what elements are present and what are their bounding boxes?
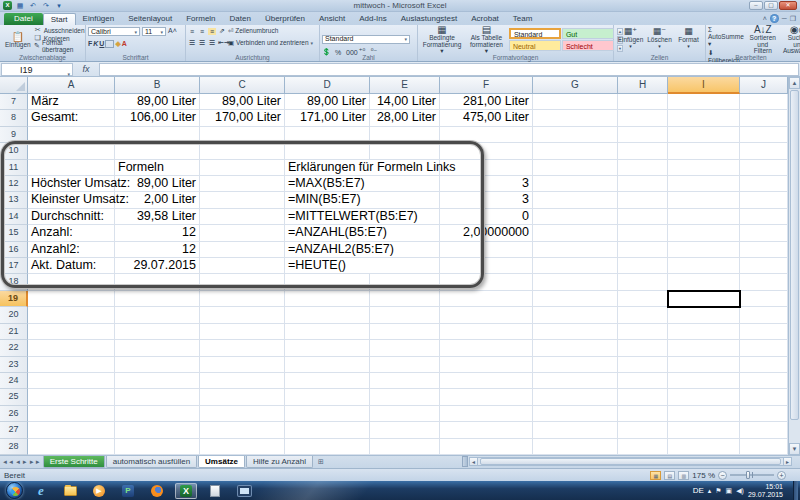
align-right-icon[interactable]: ☰ (208, 39, 216, 47)
cell-C11[interactable] (200, 160, 285, 176)
cell-F27[interactable] (440, 422, 533, 438)
cell-B11[interactable]: Formeln (115, 160, 200, 176)
cell-G16[interactable] (533, 242, 618, 258)
cell-H17[interactable] (618, 258, 668, 274)
column-header-J[interactable]: J (740, 77, 788, 94)
format-as-table-button[interactable]: ▤ Als Tabelleformatieren ▾ (467, 26, 506, 53)
cell-J17[interactable] (740, 258, 788, 274)
cell-F21[interactable] (440, 324, 533, 340)
internet-explorer-icon[interactable]: e (30, 483, 52, 499)
cell-C16[interactable] (200, 242, 285, 258)
workbook-minimize-icon[interactable]: ─ (782, 14, 787, 23)
cell-G22[interactable] (533, 340, 618, 356)
cell-J21[interactable] (740, 324, 788, 340)
align-left-icon[interactable]: ☰ (188, 39, 196, 47)
row-header-20[interactable]: 20 (0, 307, 28, 323)
cell-J19[interactable] (740, 291, 788, 307)
tab-acrobat[interactable]: Acrobat (464, 13, 506, 25)
cell-D23[interactable] (285, 357, 370, 373)
cell-B13[interactable]: 2,00 Liter (115, 192, 200, 208)
insert-function-icon[interactable]: fx (73, 64, 99, 74)
cell-I18[interactable] (668, 274, 740, 290)
align-bottom-icon[interactable]: ≡ (208, 28, 216, 35)
cell-C21[interactable] (200, 324, 285, 340)
einf-gen-cells-button[interactable]: ▦⁺Einfügen▾ (616, 26, 645, 49)
cell-I23[interactable] (668, 357, 740, 373)
cell-G15[interactable] (533, 225, 618, 241)
show-hidden-icons[interactable]: ▴ (708, 487, 712, 495)
cell-C15[interactable] (200, 225, 285, 241)
cell-B19[interactable] (115, 291, 200, 307)
fill-color-icon[interactable]: ◈ (115, 40, 120, 48)
cell-H16[interactable] (618, 242, 668, 258)
cell-I9[interactable] (668, 127, 740, 143)
cell-J24[interactable] (740, 373, 788, 389)
cell-E8[interactable]: 28,00 Liter (370, 110, 440, 126)
cell-D17[interactable]: =HEUTE() (285, 258, 440, 274)
hscroll-thumb[interactable] (480, 458, 781, 465)
cell-D20[interactable] (285, 307, 370, 323)
zoom-level[interactable]: 175 % (692, 471, 715, 480)
scroll-up-icon[interactable]: ▲ (789, 77, 800, 89)
zoom-out-icon[interactable]: − (718, 471, 727, 480)
cell-H12[interactable] (618, 176, 668, 192)
cell-J15[interactable] (740, 225, 788, 241)
cell-E20[interactable] (370, 307, 440, 323)
row-header-8[interactable]: 8 (0, 110, 28, 126)
cell-J7[interactable] (740, 94, 788, 110)
cell-F20[interactable] (440, 307, 533, 323)
cell-G13[interactable] (533, 192, 618, 208)
cell-C27[interactable] (200, 422, 285, 438)
cell-C8[interactable]: 170,00 Liter (200, 110, 285, 126)
align-center-icon[interactable]: ☰ (198, 39, 206, 47)
cell-F26[interactable] (440, 406, 533, 422)
l-schen-cells-button[interactable]: ▦⁻Löschen▾ (645, 26, 674, 49)
cell-F17[interactable] (440, 258, 533, 274)
find-select-button[interactable]: ◉◉ Suchen undAuswählen (782, 26, 800, 53)
cell-G25[interactable] (533, 389, 618, 405)
vertical-scrollbar[interactable]: ▲ ▼ (788, 77, 800, 455)
row-header-28[interactable]: 28 (0, 439, 28, 455)
cell-G8[interactable] (533, 110, 618, 126)
cell-F7[interactable]: 281,00 Liter (440, 94, 533, 110)
cell-B10[interactable] (115, 143, 200, 159)
cell-F12[interactable]: 3 (440, 176, 533, 192)
first-sheet-icon[interactable]: ◄◄ (2, 459, 14, 465)
merge-center-button[interactable]: ▣ Verbinden und zentrieren▾ (228, 39, 313, 47)
cell-B15[interactable]: 12 (115, 225, 200, 241)
cell-J9[interactable] (740, 127, 788, 143)
cell-F23[interactable] (440, 357, 533, 373)
cell-B20[interactable] (115, 307, 200, 323)
cell-J28[interactable] (740, 439, 788, 455)
zoom-slider[interactable] (730, 474, 774, 476)
style-schlecht[interactable]: Schlecht (562, 40, 614, 51)
column-header-E[interactable]: E (370, 77, 440, 94)
format-cells-button[interactable]: ▦Format▾ (674, 26, 703, 49)
conditional-formatting-button[interactable]: ▦ BedingteFormatierung ▾ (420, 26, 464, 53)
sheet-tab-automatisch-ausf-llen[interactable]: automatisch ausfüllen (106, 456, 197, 468)
cell-C18[interactable] (200, 274, 285, 290)
cell-A26[interactable] (28, 406, 115, 422)
bold-button[interactable]: F (88, 40, 92, 47)
workbook-restore-icon[interactable]: ❐ (790, 14, 796, 23)
cell-F18[interactable] (440, 274, 533, 290)
cell-H23[interactable] (618, 357, 668, 373)
cell-F19[interactable] (440, 291, 533, 307)
insert-worksheet-icon[interactable]: ⊞ (314, 456, 328, 468)
cell-H8[interactable] (618, 110, 668, 126)
cell-I14[interactable] (668, 209, 740, 225)
cell-C25[interactable] (200, 389, 285, 405)
cell-D25[interactable] (285, 389, 370, 405)
column-header-I[interactable]: I (668, 77, 740, 94)
cell-A27[interactable] (28, 422, 115, 438)
cell-A13[interactable]: Kleinster Umsatz: (28, 192, 115, 208)
page-layout-view-icon[interactable]: ▤ (664, 471, 675, 480)
cell-G21[interactable] (533, 324, 618, 340)
style-neutral[interactable]: Neutral (509, 40, 561, 51)
cell-I17[interactable] (668, 258, 740, 274)
firefox-icon[interactable] (146, 483, 168, 499)
row-header-17[interactable]: 17 (0, 258, 28, 274)
cell-G23[interactable] (533, 357, 618, 373)
cell-H28[interactable] (618, 439, 668, 455)
monitor-app-icon[interactable] (233, 483, 255, 499)
